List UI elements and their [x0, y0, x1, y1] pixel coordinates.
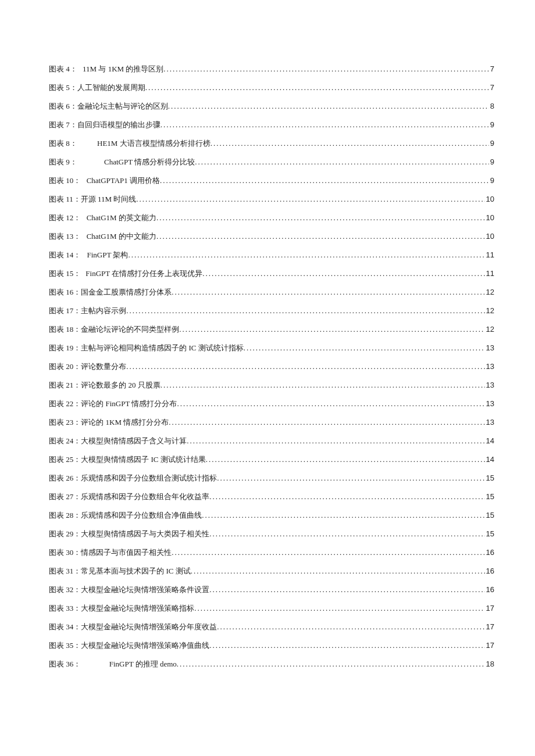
toc-entry[interactable]: 图表 35：大模型金融论坛舆情增强策略净值曲线17	[49, 642, 494, 649]
toc-entry-label: 图表 5：	[49, 84, 77, 91]
toc-entry-label: 图表 8：	[49, 139, 77, 147]
toc-entry-label: 图表 19：	[49, 344, 81, 352]
toc-entry[interactable]: 图表 20：评论数量分布13	[49, 363, 494, 370]
toc-entry-label: 图表 18：	[49, 325, 81, 333]
toc-entry-page: 9	[489, 158, 494, 166]
toc-leader-dots	[172, 549, 484, 556]
toc-entry[interactable]: 图表 24：大模型舆情情感因子含义与计算14	[49, 437, 494, 445]
toc-leader-dots	[145, 84, 489, 91]
toc-entry-label: 图表 23：	[49, 418, 81, 426]
toc-entry-page: 9	[489, 177, 494, 184]
toc-leader-dots	[168, 102, 489, 110]
toc-entry-page: 17	[485, 642, 494, 649]
toc-leader-dots	[187, 437, 484, 445]
toc-leader-dots	[177, 400, 484, 407]
toc-entry-title: 金融论坛主帖与评论的区别	[77, 102, 168, 110]
toc-leader-dots	[128, 251, 484, 259]
toc-entry-page: 17	[485, 623, 494, 630]
toc-entry-page: 7	[489, 84, 494, 91]
toc-entry[interactable]: 图表 7：自回归语模型的输出步骤9	[49, 121, 494, 128]
toc-entry-page: 13	[485, 381, 494, 389]
toc-entry[interactable]: 图表 14：FinGPT 架构11	[49, 251, 494, 259]
toc-entry-page: 15	[485, 530, 494, 538]
toc-entry-title: 乐观情感和因子分位数组合测试统计指标	[81, 474, 217, 482]
toc-entry[interactable]: 图表 27：乐观情感和因子分位数组合年化收益率15	[49, 493, 494, 500]
toc-entry[interactable]: 图表 13：ChatG1M 的中文能力10	[49, 232, 494, 240]
toc-entry[interactable]: 图表 36：FinGPT 的推理 demo18	[49, 660, 494, 668]
toc-entry[interactable]: 图表 28：乐观情感和因子分位数组合净值曲线15	[49, 511, 494, 519]
toc-entry-page: 10	[485, 232, 494, 240]
toc-entry-page: 16	[485, 567, 494, 575]
toc-entry-title: 人工智能的发展周期	[77, 84, 145, 91]
toc-entry-title: 开源 11M 时间线	[81, 195, 137, 203]
toc-entry-title: 大模型金融论坛舆情增强策略净值曲线	[81, 642, 209, 649]
toc-entry-label: 图表 32：	[49, 586, 81, 593]
toc-entry-label: 图表 31：	[49, 567, 81, 575]
toc-entry-page: 8	[489, 102, 494, 110]
toc-entry-page: 12	[485, 307, 494, 314]
toc-leader-dots	[209, 530, 484, 538]
toc-leader-dots	[172, 288, 484, 296]
toc-entry[interactable]: 图表 16：国金金工股票情感打分体系12	[49, 288, 494, 296]
toc-entry-title: FinGPT 架构	[87, 251, 128, 259]
toc-entry-label: 图表 9：	[49, 158, 77, 166]
toc-entry-label: 图表 20：	[49, 363, 81, 370]
toc-entry-title: 情感因子与市值因子相关性	[81, 549, 172, 556]
toc-entry[interactable]: 图表 19：主帖与评论相同构造情感因子的 IC 测试统计指标13	[49, 344, 494, 352]
toc-entry[interactable]: 图表 21：评论数最多的 20 只股票13	[49, 381, 494, 389]
toc-leader-dots	[126, 307, 484, 314]
toc-entry-title: 评论数量分布	[81, 363, 126, 370]
toc-entry-label: 图表 33：	[49, 604, 81, 612]
toc-entry[interactable]: 图表 30：情感因子与市值因子相关性16	[49, 549, 494, 556]
toc-entry[interactable]: 图表 34：大模型金融论坛舆情增强策略分年度收益17	[49, 623, 494, 630]
toc-entry-page: 13	[485, 418, 494, 426]
toc-leader-dots	[160, 177, 489, 184]
toc-entry-title: 主帖内容示例	[81, 307, 126, 314]
toc-entry-page: 17	[485, 604, 494, 612]
toc-entry-page: 11	[485, 251, 494, 259]
toc-entry-page: 15	[485, 474, 494, 482]
toc-leader-dots	[156, 214, 485, 221]
toc-entry-label: 图表 30：	[49, 549, 81, 556]
toc-leader-dots	[206, 456, 485, 463]
toc-entry-page: 18	[485, 660, 494, 668]
toc-entry-page: 12	[485, 325, 494, 333]
toc-entry[interactable]: 图表 5：人工智能的发展周期7	[49, 84, 494, 91]
toc-entry[interactable]: 图表 11：开源 11M 时间线10	[49, 195, 494, 203]
toc-entry-page: 13	[485, 363, 494, 370]
toc-entry[interactable]: 图表 33：大模型金融论坛舆情增强策略指标17	[49, 604, 494, 612]
toc-entry[interactable]: 图表 15：FinGPT 在情感打分任务上表现优异11	[49, 270, 494, 277]
toc-entry[interactable]: 图表 31：常见基本面与技术因子的 IC 测试16	[49, 567, 494, 575]
toc-entry[interactable]: 图表 29：大模型舆情情感因子与大类因子相关性15	[49, 530, 494, 538]
toc-entry-label: 图表 12：	[49, 214, 81, 221]
toc-leader-dots	[209, 642, 484, 649]
toc-entry-title: FinGPT 在情感打分任务上表现优异	[85, 270, 202, 277]
toc-entry[interactable]: 图表 4：11M 与 1KM 的推导区别7	[49, 65, 494, 73]
toc-entry-label: 图表 28：	[49, 511, 81, 519]
toc-entry-label: 图表 34：	[49, 623, 81, 630]
toc-leader-dots	[202, 511, 484, 519]
toc-entry-label: 图表 25：	[49, 456, 81, 463]
toc-leader-dots	[169, 418, 484, 426]
toc-entry[interactable]: 图表 23：评论的 1KM 情感打分分布13	[49, 418, 494, 426]
toc-entry[interactable]: 图表 12：ChatG1M 的英文能力10	[49, 214, 494, 221]
toc-entry[interactable]: 图表 6：金融论坛主帖与评论的区别8	[49, 102, 494, 110]
toc-entry-label: 图表 26：	[49, 474, 81, 482]
toc-entry-label: 图表 29：	[49, 530, 81, 538]
toc-entry[interactable]: 图表 32：大模型金融论坛舆情增强策略条件设置16	[49, 586, 494, 593]
toc-entry-title: 乐观情感和因子分位数组合年化收益率	[81, 493, 209, 500]
toc-entry[interactable]: 图表 8：HE1M 大语言模型情感分析排行榜9	[49, 139, 494, 147]
toc-entry[interactable]: 图表 17：主帖内容示例12	[49, 307, 494, 314]
toc-entry-page: 14	[485, 456, 494, 463]
toc-entry-title: 评论的 FinGPT 情感打分分布	[81, 400, 177, 407]
toc-entry[interactable]: 图表 26：乐观情感和因子分位数组合测试统计指标15	[49, 474, 494, 482]
toc-leader-dots	[244, 344, 485, 352]
toc-entry[interactable]: 图表 9：ChatGPT 情感分析得分比较9	[49, 158, 494, 166]
toc-entry-page: 16	[485, 586, 494, 593]
toc-entry[interactable]: 图表 22：评论的 FinGPT 情感打分分布13	[49, 400, 494, 407]
toc-entry[interactable]: 图表 18：金融论坛评论的不同类型样例12	[49, 325, 494, 333]
toc-entry-title: 乐观情感和因子分位数组合净值曲线	[81, 511, 202, 519]
toc-entry[interactable]: 图表 25：大模型舆情情感因子 IC 测试统计结果14	[49, 456, 494, 463]
toc-entry-page: 9	[489, 139, 494, 147]
toc-entry[interactable]: 图表 10：ChatGPTAP1 调用价格9	[49, 177, 494, 184]
